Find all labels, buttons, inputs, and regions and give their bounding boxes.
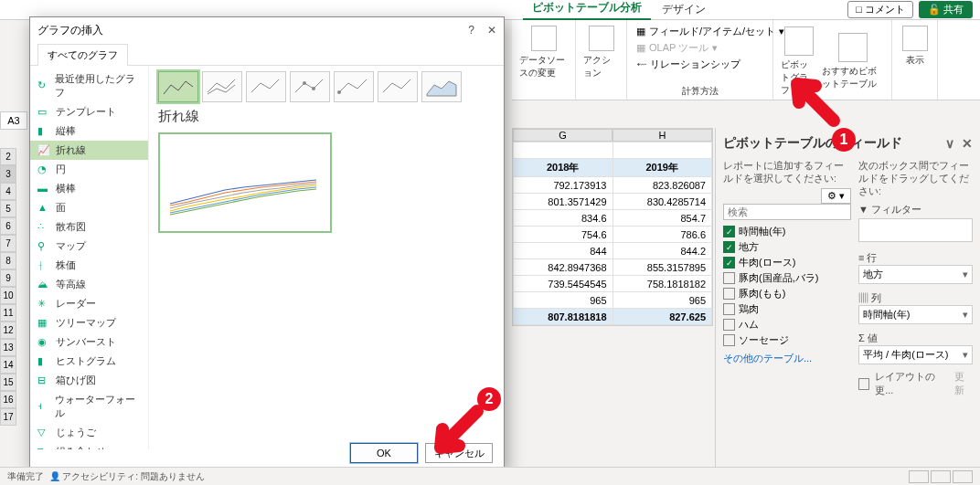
name-box[interactable]: A3 [0, 111, 27, 130]
field-checkbox[interactable] [723, 288, 735, 300]
dialog-close-icon[interactable]: ✕ [487, 24, 496, 37]
dialog-help-icon[interactable]: ? [468, 24, 474, 37]
line-subtype-3[interactable] [246, 71, 286, 102]
pane-title: ピボットテーブルのフィールド [723, 135, 902, 152]
line-subtype-1[interactable] [158, 71, 198, 102]
subtype-title: 折れ線 [158, 108, 495, 125]
field-checkbox[interactable] [723, 334, 735, 346]
chart-cat-funnel[interactable]: ▽じょうご [30, 423, 148, 442]
recommended-pivot-button[interactable]: おすすめピボットテーブル [822, 31, 884, 90]
values-drop-area[interactable]: 平均 / 牛肉(ロース)▾ [858, 345, 973, 364]
line-subtype-7[interactable] [421, 71, 462, 102]
chart-cat-treemap[interactable]: ▦ツリーマップ [30, 313, 148, 332]
chart-cat-waterfall[interactable]: ⫞ウォーターフォール [30, 390, 148, 423]
cancel-button[interactable]: キャンセル [425, 443, 493, 463]
field-search-input[interactable] [723, 204, 851, 220]
chart-cat-surface[interactable]: ⛰等高線 [30, 275, 148, 294]
annotation-badge-2: 2 [477, 387, 501, 411]
chart-cat-scatter[interactable]: ∴散布図 [30, 217, 148, 237]
worksheet-grid[interactable]: GH 2018年2019年 792.173913823.826087 801.3… [512, 128, 713, 326]
tab-pivot-analyze[interactable]: ピボットテーブル分析 [523, 0, 651, 20]
chart-cat-column[interactable]: ▮縦棒 [30, 121, 148, 141]
field-settings-button[interactable]: ⚙ ▾ [821, 188, 851, 204]
pivot-chart-button[interactable]: ピボットグラフ [781, 25, 816, 97]
chart-cat-area[interactable]: ▲面 [30, 198, 148, 217]
actions-button[interactable]: アクション [583, 24, 619, 79]
more-tables-link[interactable]: その他のテーブル... [723, 352, 851, 365]
chart-cat-combo[interactable]: ⧉組み合わせ [30, 442, 148, 449]
all-charts-tab[interactable]: すべてのグラフ [37, 44, 128, 66]
insert-chart-dialog: グラフの挿入 ? ✕ すべてのグラフ ↻最近使用したグラフ ▭テンプレート ▮縦… [29, 16, 505, 471]
calc-group-label: 計算方法 [682, 85, 719, 98]
chart-cat-bar[interactable]: ▬横棒 [30, 179, 148, 198]
view-pagebreak-icon[interactable] [953, 470, 973, 483]
ok-button[interactable]: OK [350, 443, 418, 463]
chart-cat-radar[interactable]: ✳レーダー [30, 294, 148, 313]
relationships-button[interactable]: ⬳ リレーションシップ [634, 57, 786, 72]
column-drop-area[interactable]: 時間軸(年)▾ [858, 305, 973, 324]
chart-cat-line[interactable]: 📈折れ線 [30, 141, 148, 160]
field-checkbox[interactable] [723, 272, 735, 284]
field-checkbox[interactable]: ✓ [723, 226, 735, 237]
row-headers: 234567891011121314151617 [0, 148, 16, 426]
tab-design[interactable]: デザイン [653, 0, 715, 20]
field-list: ✓時間軸(年) ✓地方 ✓牛肉(ロース) 豚肉(国産品,バラ) 豚肉(もも) 鶏… [723, 224, 851, 348]
filter-drop-area[interactable] [858, 218, 973, 242]
chart-preview [158, 132, 332, 233]
update-button[interactable]: 更新 [954, 370, 973, 397]
field-checkbox[interactable]: ✓ [723, 257, 735, 269]
chart-cat-stock[interactable]: ⟊株価 [30, 256, 148, 275]
row-drop-area[interactable]: 地方▾ [858, 265, 973, 284]
field-checkbox[interactable] [723, 319, 735, 331]
svg-point-2 [337, 90, 341, 94]
chart-cat-sunburst[interactable]: ◉サンバースト [30, 332, 148, 352]
status-bar: 準備完了 👤 アクセシビリティ: 問題ありません [0, 467, 980, 485]
line-subtype-2[interactable] [202, 71, 242, 102]
view-pagelayout-icon[interactable] [931, 470, 951, 483]
chart-cat-histogram[interactable]: ▮ヒストグラム [30, 352, 148, 371]
line-subtype-4[interactable] [290, 71, 330, 102]
chart-subtype-row [158, 71, 495, 102]
chart-cat-boxwhisker[interactable]: ⊟箱ひげ図 [30, 371, 148, 390]
olap-tools-button[interactable]: ▦ OLAP ツール ▾ [634, 40, 786, 56]
accessibility-status[interactable]: 👤 アクセシビリティ: 問題ありません [49, 470, 205, 483]
chart-cat-template[interactable]: ▭テンプレート [30, 102, 148, 121]
pane-close-icon[interactable]: ✕ [962, 136, 973, 151]
annotation-badge-1: 1 [832, 128, 856, 152]
chart-category-list: ↻最近使用したグラフ ▭テンプレート ▮縦棒 📈折れ線 ◔円 ▬横棒 ▲面 ∴散… [30, 66, 149, 449]
pane-chevron-icon[interactable]: ∨ [945, 136, 954, 151]
svg-point-0 [303, 81, 306, 85]
field-checkbox[interactable] [723, 303, 735, 315]
fields-items-sets-button[interactable]: ▦ フィールド/アイテム/セット ▾ [634, 24, 786, 39]
line-subtype-5[interactable] [334, 71, 374, 102]
chart-cat-map[interactable]: ⚲マップ [30, 237, 148, 256]
change-data-source-button[interactable]: データソースの変更 [519, 24, 568, 79]
line-subtype-6[interactable] [378, 71, 418, 102]
share-button[interactable]: 🔓 共有 [919, 1, 973, 18]
ribbon: データソースの変更 アクション ▦ フィールド/アイテム/セット ▾ ▦ OLA… [512, 20, 980, 100]
svg-point-1 [312, 87, 315, 90]
show-button[interactable]: 表示 [902, 24, 928, 67]
field-checkbox[interactable]: ✓ [723, 241, 735, 253]
chart-cat-pie[interactable]: ◔円 [30, 160, 148, 179]
chart-cat-recent[interactable]: ↻最近使用したグラフ [30, 69, 148, 102]
comment-button[interactable]: □ コメント [847, 1, 913, 18]
pivot-field-pane: ピボットテーブルのフィールド ∨✕ レポートに追加するフィールドを選択してくださ… [715, 128, 980, 467]
drag-instruction: 次のボックス間でフィールドをドラッグしてください: [858, 160, 973, 198]
view-normal-icon[interactable] [909, 470, 929, 483]
defer-layout-checkbox[interactable] [858, 378, 869, 390]
dialog-title: グラフの挿入 [37, 23, 103, 38]
field-instruction: レポートに追加するフィールドを選択してください: [723, 160, 851, 185]
